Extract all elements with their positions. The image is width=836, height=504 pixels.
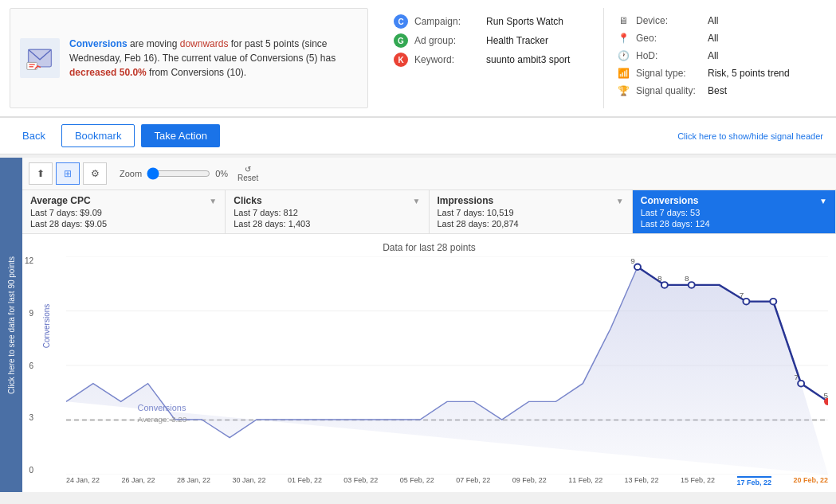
x-label-1: 26 Jan, 22 <box>121 476 155 486</box>
campaign-icon: C <box>394 14 408 29</box>
geo-row: 📍 Geo: All <box>617 32 814 45</box>
chart-fill <box>66 267 828 475</box>
action-buttons: Back Bookmark Take Action <box>13 124 220 147</box>
label-8b: 8 <box>685 274 689 283</box>
signal-quality-value: Best <box>708 85 727 96</box>
x-label-9: 11 Feb, 22 <box>568 476 602 486</box>
left-sidebar[interactable]: Click here to see data for last 90 point… <box>0 158 22 492</box>
tab-average-cpc[interactable]: Average CPC ▼ Last 7 days: $9.09 Last 28… <box>22 190 226 233</box>
chart-toolbar: ⬆ ⊞ ⚙ Zoom 0% ↺ Reset <box>22 158 836 190</box>
chart-area: Data for last 28 points 12 9 6 3 0 Conve… <box>22 234 836 492</box>
chart-main: ⬆ ⊞ ⚙ Zoom 0% ↺ Reset Average CPC ▼ Las <box>22 158 836 492</box>
label-7b: 7 <box>794 373 799 381</box>
label-5: 5 <box>823 391 828 400</box>
signal-quality-label: Signal quality: <box>636 85 708 96</box>
signal-quality-icon: 🏆 <box>617 84 630 97</box>
y-label-3: 3 <box>29 413 34 422</box>
tab-conversions-name: Conversions <box>641 195 699 206</box>
tab-avg-cpc-last7: Last 7 days: $9.09 <box>30 208 217 217</box>
tab-avg-cpc-name: Average CPC <box>30 195 91 206</box>
x-axis-labels: 24 Jan, 22 26 Jan, 22 28 Jan, 22 30 Jan,… <box>22 476 836 486</box>
x-label-11: 15 Feb, 22 <box>681 476 715 486</box>
alert-icon <box>20 38 60 78</box>
zoom-slider[interactable] <box>147 167 210 180</box>
point-8b <box>689 282 695 288</box>
x-label-6: 05 Feb, 22 <box>400 476 434 486</box>
hod-icon: 🕐 <box>617 49 630 62</box>
label-9: 9 <box>630 256 635 264</box>
tab-clicks[interactable]: Clicks ▼ Last 7 days: 812 Last 28 days: … <box>226 190 429 233</box>
geo-label: Geo: <box>636 33 708 44</box>
tab-conversions[interactable]: Conversions ▼ Last 7 days: 53 Last 28 da… <box>633 190 836 233</box>
zoom-percent: 0% <box>215 169 228 178</box>
reset-icon: ↺ <box>245 165 251 174</box>
take-action-button[interactable]: Take Action <box>141 124 220 147</box>
tab-impressions-name: Impressions <box>438 195 494 206</box>
x-label-2: 28 Jan, 22 <box>177 476 210 486</box>
tab-impressions[interactable]: Impressions ▼ Last 7 days: 10,519 Last 2… <box>430 190 633 233</box>
signal-type-row: 📶 Signal type: Risk, 5 points trend <box>617 67 814 80</box>
y-axis-title: Conversions <box>42 304 51 349</box>
zoom-label: Zoom <box>120 169 142 178</box>
tab-clicks-arrow: ▼ <box>413 197 421 205</box>
back-button[interactable]: Back <box>13 124 55 147</box>
alert-text: Conversions are moving downwards for pas… <box>69 37 358 80</box>
details-left: C Campaign: Run Sports Watch G Ad group:… <box>381 8 604 108</box>
export-button[interactable]: ⬆ <box>29 162 53 185</box>
signal-type-value: Risk, 5 points trend <box>708 68 790 79</box>
tab-impressions-last7: Last 7 days: 10,519 <box>438 208 624 217</box>
sidebar-label: Click here to see data for last 90 point… <box>7 256 16 394</box>
details-right: 🖥 Device: All 📍 Geo: All 🕐 HoD: All 📶 Si… <box>604 8 826 108</box>
chart-title: Data for last 28 points <box>22 242 836 253</box>
toolbar-icons: ⬆ ⊞ ⚙ <box>29 162 107 185</box>
campaign-label: Campaign: <box>414 16 486 27</box>
tab-avg-cpc-last28: Last 28 days: $9.05 <box>30 219 217 229</box>
tab-conversions-last7: Last 7 days: 53 <box>641 208 827 217</box>
device-row: 🖥 Device: All <box>617 14 814 27</box>
point-7c <box>798 381 804 387</box>
tab-clicks-name: Clicks <box>234 195 261 206</box>
alert-box: Conversions are moving downwards for pas… <box>10 8 368 108</box>
metric-link[interactable]: Conversions <box>69 38 128 49</box>
x-label-13: 20 Feb, 22 <box>793 476 828 486</box>
signal-type-icon: 📶 <box>617 67 630 80</box>
details-panel: C Campaign: Run Sports Watch G Ad group:… <box>381 8 826 108</box>
point-9 <box>634 264 641 270</box>
filter-button[interactable]: ⚙ <box>83 162 107 185</box>
label-7a: 7 <box>740 291 744 299</box>
point-8a <box>661 282 668 288</box>
adgroup-label: Ad group: <box>414 35 486 46</box>
chart-container: Click here to see data for last 90 point… <box>0 158 836 492</box>
y-label-6: 6 <box>29 361 34 370</box>
reset-button[interactable]: ↺ Reset <box>237 165 258 182</box>
signal-type-label: Signal type: <box>636 68 708 79</box>
point-7b <box>770 299 776 305</box>
campaign-row: C Campaign: Run Sports Watch <box>394 14 591 29</box>
tab-avg-cpc-arrow: ▼ <box>209 197 217 205</box>
y-label-12: 12 <box>25 256 33 265</box>
x-label-7: 07 Feb, 22 <box>456 476 490 486</box>
keyword-icon: K <box>394 53 408 67</box>
keyword-label: Keyword: <box>414 54 486 65</box>
device-label: Device: <box>636 15 708 26</box>
adgroup-value: Health Tracker <box>486 35 548 46</box>
tab-clicks-last7: Last 7 days: 812 <box>234 208 420 217</box>
geo-icon: 📍 <box>617 32 630 45</box>
metric-tabs: Average CPC ▼ Last 7 days: $9.09 Last 28… <box>22 190 836 234</box>
tab-impressions-arrow: ▼ <box>616 197 624 205</box>
geo-value: All <box>708 33 718 44</box>
y-label-9: 9 <box>29 309 34 318</box>
signal-quality-row: 🏆 Signal quality: Best <box>617 84 814 97</box>
grid-view-button[interactable]: ⊞ <box>56 162 80 185</box>
tab-impressions-last28: Last 28 days: 20,874 <box>438 219 624 229</box>
device-icon: 🖥 <box>617 14 630 27</box>
signal-header-toggle[interactable]: Click here to show/hide signal header <box>677 131 823 141</box>
x-label-0: 24 Jan, 22 <box>66 476 100 486</box>
x-label-10: 13 Feb, 22 <box>625 476 659 486</box>
x-label-3: 30 Jan, 22 <box>232 476 265 486</box>
adgroup-row: G Ad group: Health Tracker <box>394 33 591 48</box>
bookmark-button[interactable]: Bookmark <box>61 124 135 147</box>
x-label-5: 03 Feb, 22 <box>343 476 378 486</box>
adgroup-icon: G <box>394 33 408 48</box>
reset-label: Reset <box>237 174 258 182</box>
